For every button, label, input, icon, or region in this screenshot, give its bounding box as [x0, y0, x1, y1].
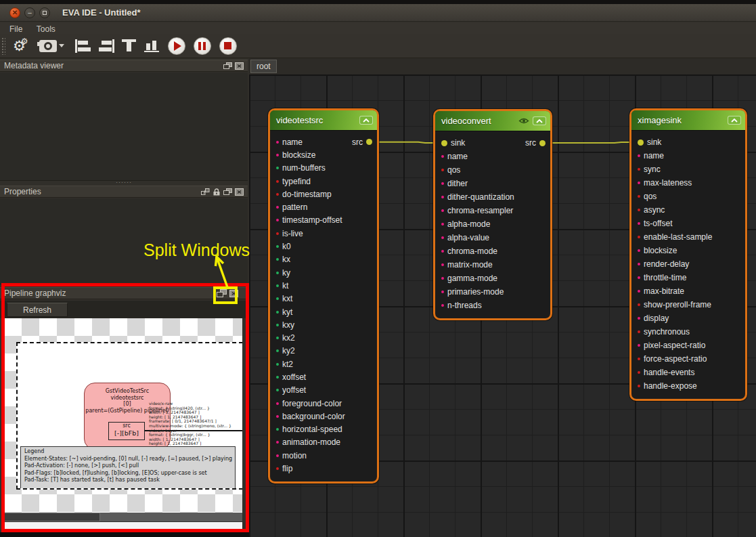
property-xoffset[interactable]: xoffset [276, 372, 306, 382]
node-property-row[interactable]: k0 [270, 240, 377, 253]
property-dither-quantization[interactable]: dither-quantization [441, 192, 514, 202]
node-videotestsrc[interactable]: videotestsrcnamesrcblocksizenum-bufferst… [268, 108, 379, 484]
property-alpha-mode[interactable]: alpha-mode [441, 219, 490, 229]
collapse-node-button[interactable] [728, 116, 741, 125]
node-property-row[interactable]: qos [631, 190, 745, 203]
panel-splitter[interactable]: ······ [0, 181, 248, 186]
node-property-row[interactable]: typefind [270, 175, 377, 188]
property-alpha-value[interactable]: alpha-value [441, 233, 489, 242]
node-property-row[interactable]: foreground-color [270, 397, 377, 410]
property-max-lateness[interactable]: max-lateness [638, 178, 692, 188]
property-blocksize[interactable]: blocksize [276, 150, 315, 160]
property-throttle-time[interactable]: throttle-time [638, 273, 686, 282]
node-property-row[interactable]: kt [270, 279, 377, 292]
node-property-row[interactable]: kt2 [270, 358, 377, 370]
node-property-row[interactable]: ky2 [270, 345, 377, 358]
pause-button[interactable] [194, 37, 211, 55]
node-property-row[interactable]: name [631, 149, 745, 163]
property-handle-expose[interactable]: handle-expose [638, 381, 697, 391]
node-header[interactable]: ximagesink [631, 110, 745, 131]
menu-tools[interactable]: Tools [31, 24, 61, 35]
node-property-row[interactable]: flip [270, 462, 377, 475]
node-port-row[interactable]: sinksrc [435, 136, 550, 150]
property-display[interactable]: display [638, 314, 669, 323]
node-property-row[interactable]: handle-events [631, 366, 745, 379]
node-property-row[interactable]: force-aspect-ratio [631, 352, 745, 366]
property-horizontal-speed[interactable]: horizontal-speed [276, 425, 342, 434]
node-property-row[interactable]: show-preroll-frame [631, 298, 745, 312]
node-property-row[interactable]: async [631, 203, 745, 217]
property-handle-events[interactable]: handle-events [638, 368, 694, 377]
property-num-buffers[interactable]: num-buffers [276, 163, 326, 173]
node-property-row[interactable]: ky [270, 266, 377, 279]
property-synchronous[interactable]: synchronous [638, 327, 690, 337]
property-enable-last-sample[interactable]: enable-last-sample [638, 232, 712, 242]
property-typefind[interactable]: typefind [276, 177, 311, 186]
lock-icon[interactable] [213, 188, 221, 196]
node-property-row[interactable]: sync [631, 163, 745, 176]
property-n-threads[interactable]: n-threads [441, 301, 482, 310]
node-property-row[interactable]: dither [435, 177, 550, 190]
node-videoconvert[interactable]: videoconvertsinksrcnameqosditherdither-q… [433, 109, 552, 320]
node-property-row[interactable]: pixel-aspect-ratio [631, 339, 745, 352]
node-property-row[interactable]: n-threads [435, 299, 550, 312]
property-foreground-color[interactable]: foreground-color [276, 399, 342, 408]
property-motion[interactable]: motion [276, 451, 307, 460]
port-src[interactable]: src [525, 138, 546, 148]
chart-view-button[interactable] [141, 35, 164, 57]
property-ky2[interactable]: ky2 [276, 346, 295, 356]
node-property-row[interactable]: chroma-resampler [435, 204, 550, 217]
property-dither[interactable]: dither [441, 179, 468, 188]
close-panel-icon[interactable] [235, 188, 244, 196]
property-qos[interactable]: qos [638, 192, 657, 201]
node-property-row[interactable]: throttle-time [631, 271, 745, 284]
window-minimize-button[interactable]: – [24, 7, 35, 18]
node-property-row[interactable]: num-buffers [270, 162, 377, 175]
node-property-row[interactable]: matrix-mode [435, 258, 550, 272]
property-name[interactable]: name [638, 151, 664, 160]
screenshot-button[interactable] [36, 35, 68, 57]
property-timestamp-offset[interactable]: timestamp-offset [276, 215, 342, 225]
property-render-delay[interactable]: render-delay [638, 259, 689, 269]
node-property-row[interactable]: alpha-mode [435, 217, 550, 231]
property-force-aspect-ratio[interactable]: force-aspect-ratio [638, 354, 707, 364]
node-property-row[interactable]: do-timestamp [270, 188, 377, 200]
property-ky[interactable]: ky [276, 268, 290, 278]
tab-root[interactable]: root [250, 60, 277, 73]
menu-file[interactable]: File [4, 24, 28, 35]
node-property-row[interactable]: alpha-value [435, 231, 550, 244]
property-chroma-resampler[interactable]: chroma-resampler [441, 206, 513, 215]
property-k0[interactable]: k0 [276, 242, 291, 251]
port-dot[interactable] [539, 140, 546, 146]
node-header[interactable]: videoconvert [435, 111, 550, 131]
float-window-icon[interactable] [223, 188, 232, 196]
property-kt2[interactable]: kt2 [276, 360, 293, 369]
property-animation-mode[interactable]: animation-mode [276, 437, 340, 447]
node-property-row[interactable]: ts-offset [631, 217, 745, 230]
node-property-row[interactable]: kyt [270, 305, 377, 318]
node-property-row[interactable]: motion [270, 449, 377, 462]
property-gamma-mode[interactable]: gamma-mode [441, 274, 497, 283]
node-property-row[interactable]: timestamp-offset [270, 214, 377, 227]
close-panel-icon[interactable] [235, 62, 244, 70]
play-button[interactable] [168, 37, 185, 55]
node-property-row[interactable]: name [435, 150, 550, 163]
property-name[interactable]: name [276, 137, 303, 147]
port-dot[interactable] [441, 140, 447, 146]
node-property-row[interactable]: blocksize [631, 244, 745, 257]
node-property-row[interactable]: enable-last-sample [631, 230, 745, 244]
node-property-row[interactable]: yoffset [270, 384, 377, 397]
node-property-row[interactable]: pattern [270, 200, 377, 213]
property-yoffset[interactable]: yoffset [276, 385, 306, 395]
window-maximize-button[interactable] [39, 7, 50, 18]
layout-split-right-button[interactable] [95, 35, 118, 57]
property-flip[interactable]: flip [276, 464, 292, 473]
property-kt[interactable]: kt [276, 281, 288, 291]
node-property-row[interactable]: gamma-mode [435, 272, 550, 285]
eye-icon[interactable] [518, 117, 529, 125]
node-property-row[interactable]: background-color [270, 410, 377, 423]
node-property-row[interactable]: kxt [270, 293, 377, 305]
node-header[interactable]: videotestsrc [270, 110, 377, 131]
node-property-row[interactable]: qos [435, 163, 550, 177]
node-property-row[interactable]: handle-expose [631, 379, 745, 393]
